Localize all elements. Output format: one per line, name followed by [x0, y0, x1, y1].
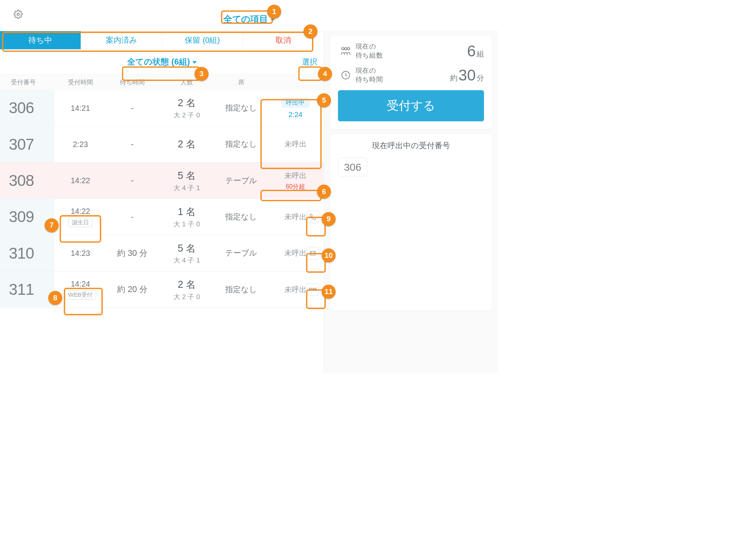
callout-10: 10 — [322, 248, 336, 262]
tag-badge: 誕生日 — [68, 218, 92, 227]
ticket-number: 307 — [0, 126, 54, 163]
calling-title: 現在呼出中の受付番号 — [338, 140, 484, 151]
col-seat: 席 — [215, 78, 267, 86]
table-row[interactable]: 3072:23-2 名指定なし未呼出 — [0, 126, 324, 163]
group-icon — [338, 45, 354, 56]
chevron-down-icon — [193, 61, 197, 64]
tag-badge: WEB受付 — [65, 290, 96, 299]
wait-time: - — [106, 103, 158, 113]
wait-time: - — [106, 212, 158, 222]
svg-point-0 — [17, 13, 19, 16]
party-size: 2 名大 2 子 0 — [158, 278, 216, 301]
party-size: 1 名大 1 子 0 — [158, 205, 216, 229]
callout-1: 1 — [267, 5, 281, 19]
checkin-time: 2:23 — [54, 140, 106, 149]
tab-held[interactable]: 保留 (0組) — [162, 31, 243, 49]
status-tabs: 待ち中 案内済み 保留 (0組) 取消 — [0, 31, 324, 49]
party-size: 2 名 — [158, 138, 216, 151]
call-status: 未呼出60分超 — [267, 171, 324, 191]
waiting-count: 6 — [467, 42, 475, 60]
callout-2: 2 — [303, 24, 317, 38]
wait-time: - — [106, 176, 158, 186]
callout-9: 9 — [322, 212, 336, 226]
svg-point-2 — [342, 47, 344, 50]
call-status: 未呼出 — [267, 248, 324, 258]
summary-panel: 現在の待ち組数 6組 現在の待ち時間 約30分 受付する — [330, 36, 492, 129]
state-filter-dropdown[interactable]: 全ての状態 (6組) — [127, 56, 197, 67]
tab-waiting[interactable]: 待ち中 — [0, 31, 81, 49]
party-size: 5 名大 4 子 1 — [158, 242, 216, 265]
checkin-time: 14:22誕生日 — [54, 207, 106, 227]
callout-8: 8 — [48, 291, 62, 305]
checkin-time: 14:22 — [54, 176, 106, 185]
call-status: 未呼出 — [267, 139, 324, 149]
svg-point-3 — [345, 47, 347, 50]
checkin-time: 14:24WEB受付 — [54, 279, 106, 299]
calling-badge: 呼出中 — [281, 97, 310, 108]
seat-type: 指定なし — [215, 139, 267, 149]
callout-4: 4 — [318, 67, 332, 81]
sms-icon[interactable]: SMS — [307, 283, 319, 296]
col-time: 受付時間 — [54, 78, 106, 86]
column-header: 受付番号 受付時間 待ち時間 人数 席 — [0, 74, 324, 90]
state-filter-label: 全ての状態 (6組) — [127, 56, 190, 67]
tab-seated[interactable]: 案内済み — [81, 31, 162, 49]
party-size: 2 名大 2 子 0 — [158, 96, 216, 120]
wait-time: 約 20 分 — [106, 284, 158, 295]
call-status: 呼出中2:24 — [267, 97, 324, 119]
callout-5: 5 — [317, 93, 331, 107]
call-status: 未呼出SMS — [267, 285, 324, 294]
seat-type: 指定なし — [215, 103, 267, 113]
seat-type: 指定なし — [215, 284, 267, 295]
wait-time: 30 — [458, 66, 476, 84]
clock-icon — [338, 70, 354, 80]
seat-type: テーブル — [215, 248, 267, 258]
callout-11: 11 — [322, 285, 336, 299]
callout-3: 3 — [195, 67, 209, 81]
seat-type: テーブル — [215, 175, 267, 186]
seat-type: 指定なし — [215, 212, 267, 222]
callout-7: 7 — [45, 218, 59, 232]
view-filter-dropdown[interactable]: 全ての項目 — [223, 14, 275, 26]
mail-icon[interactable] — [307, 247, 319, 259]
select-button[interactable]: 選択 — [298, 56, 321, 68]
over-time-badge: 60分超 — [267, 182, 324, 190]
chevron-down-icon — [270, 19, 275, 21]
table-row[interactable]: 30614:21-2 名大 2 子 0指定なし呼出中2:24 — [0, 90, 324, 126]
phone-icon[interactable] — [307, 211, 319, 223]
calling-number-chip: 306 — [338, 158, 367, 176]
ticket-number: 310 — [0, 235, 54, 271]
table-row[interactable]: 31014:23約 30 分5 名大 4 子 1テーブル未呼出 — [0, 235, 324, 271]
svg-point-4 — [347, 47, 350, 50]
ticket-number: 311 — [0, 271, 54, 308]
call-status: 未呼出 — [267, 212, 324, 222]
wait-time: 約 30 分 — [106, 247, 158, 259]
ticket-number: 308 — [0, 163, 54, 199]
register-button[interactable]: 受付する — [338, 90, 484, 121]
callout-6: 6 — [317, 185, 331, 199]
col-number: 受付番号 — [0, 78, 54, 86]
col-wait: 待ち時間 — [106, 78, 158, 86]
settings-icon[interactable] — [13, 9, 23, 19]
ticket-number: 306 — [0, 90, 54, 126]
table-row[interactable]: 30814:22-5 名大 4 子 1テーブル未呼出60分超 — [0, 163, 324, 199]
party-size: 5 名大 4 子 1 — [158, 169, 216, 192]
col-party: 人数 — [158, 78, 216, 86]
wait-time: - — [106, 140, 158, 149]
table-row[interactable]: 31114:24WEB受付約 20 分2 名大 2 子 0指定なし未呼出SMS — [0, 271, 324, 308]
view-filter-label: 全ての項目 — [223, 14, 268, 26]
checkin-time: 14:21 — [54, 103, 106, 112]
checkin-time: 14:23 — [54, 249, 106, 258]
calling-panel: 現在呼出中の受付番号 306 — [330, 134, 492, 310]
